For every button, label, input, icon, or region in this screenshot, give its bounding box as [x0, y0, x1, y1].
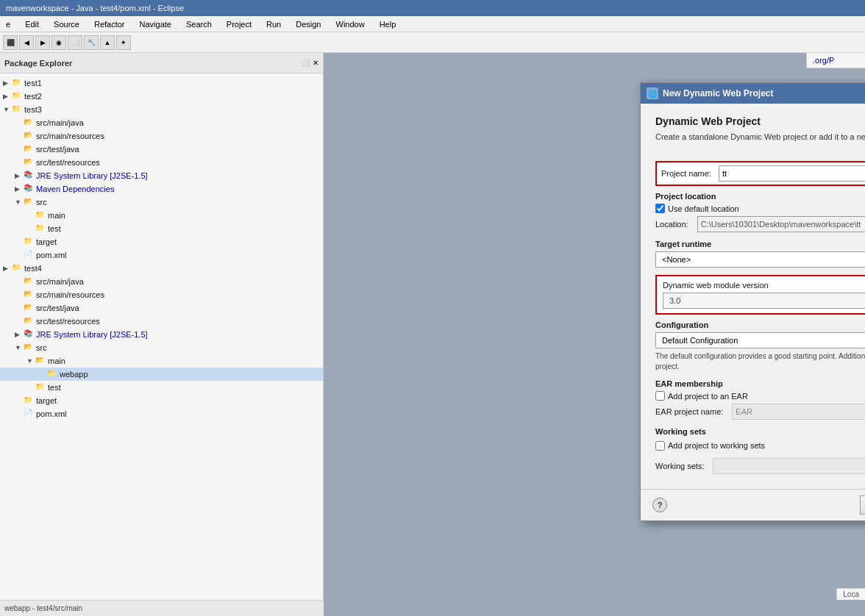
tree-item-15[interactable]: 📂src/main/java: [0, 275, 323, 288]
menu-bar: e Edit Source Refactor Navigate Search P…: [0, 16, 865, 32]
tree-item-5[interactable]: 📂src/test/java: [0, 143, 323, 156]
use-default-label: Use default location: [668, 204, 739, 213]
tree-item-8[interactable]: ▶📚Maven Dependencies: [0, 182, 323, 196]
tree-icon-16: 📂: [22, 290, 34, 300]
menu-item-source[interactable]: Source: [51, 18, 82, 30]
toolbar-btn-2[interactable]: ◀: [19, 35, 34, 50]
working-sets-section: Working sets Add project to working sets…: [655, 427, 865, 474]
dynamic-web-label: Dynamic web module version: [663, 281, 865, 290]
tree-icon-1: 📁: [10, 91, 22, 101]
package-explorer-title: Package Explorer: [4, 59, 72, 68]
tree-label-20: src: [36, 343, 47, 352]
menu-item-e[interactable]: e: [3, 18, 13, 30]
tree-icon-3: 📂: [22, 118, 34, 128]
configuration-section: Configuration Default Configuration Modi…: [655, 320, 865, 372]
toolbar-btn-6[interactable]: 🔧: [84, 35, 99, 50]
tree-label-2: test3: [24, 105, 42, 114]
menu-item-edit[interactable]: Edit: [22, 18, 42, 30]
tree-icon-25: 📄: [22, 409, 34, 419]
menu-item-help[interactable]: Help: [377, 18, 399, 30]
tree-item-9[interactable]: ▼📂src: [0, 196, 323, 209]
tree-icon-4: 📂: [22, 131, 34, 141]
tree-label-21: main: [48, 357, 65, 365]
tree-item-4[interactable]: 📂src/main/resources: [0, 129, 323, 143]
ear-checkbox[interactable]: [655, 391, 665, 401]
menu-item-project[interactable]: Project: [224, 18, 254, 30]
menu-item-refactor[interactable]: Refactor: [91, 18, 128, 30]
use-default-checkbox[interactable]: [655, 204, 665, 213]
location-input[interactable]: [697, 216, 865, 232]
right-area: .org/P 🌐 New Dynamic Web Project ─ □ ✕: [324, 53, 865, 616]
configuration-select[interactable]: Default Configuration: [655, 332, 865, 348]
tree-label-8: Maven Dependencies: [36, 185, 114, 193]
tree-label-25: pom.xml: [36, 409, 67, 418]
toolbar-btn-3[interactable]: ▶: [35, 35, 50, 50]
tree-item-6[interactable]: 📂src/test/resources: [0, 156, 323, 169]
sidebar-close-icon[interactable]: ✕: [313, 59, 318, 67]
tree-item-10[interactable]: 📁main: [0, 209, 323, 222]
status-bar: webapp - test4/src/main: [0, 600, 324, 616]
toolbar-btn-4[interactable]: ◉: [51, 35, 66, 50]
menu-item-window[interactable]: Window: [333, 18, 368, 30]
tree-icon-20: 📂: [22, 343, 34, 353]
tree-item-3[interactable]: 📂src/main/java: [0, 116, 323, 129]
tree-icon-6: 📂: [22, 157, 34, 168]
tree-label-19: JRE System Library [J2SE-1.5]: [36, 330, 148, 339]
tree-item-19[interactable]: ▶📚JRE System Library [J2SE-1.5]: [0, 328, 323, 341]
menu-item-run[interactable]: Run: [263, 18, 284, 30]
back-button[interactable]: < Back: [860, 495, 865, 515]
tree-item-14[interactable]: ▶📁test4: [0, 262, 323, 275]
toolbar-btn-7[interactable]: ▲: [100, 35, 115, 50]
menu-item-search[interactable]: Search: [183, 18, 215, 30]
target-runtime-select[interactable]: <None>: [655, 251, 865, 268]
tree-label-23: test: [48, 383, 61, 392]
project-location-label: Project location: [655, 192, 865, 201]
toolbar-btn-5[interactable]: ⬜: [68, 35, 82, 50]
tree-item-18[interactable]: 📂src/test/resources: [0, 315, 323, 328]
tree-item-24[interactable]: 📁target: [0, 394, 323, 407]
tree-item-11[interactable]: 📁test: [0, 222, 323, 235]
tree-icon-2: 📁: [10, 104, 22, 115]
tree-item-1[interactable]: ▶📁test2: [0, 90, 323, 103]
tree-label-11: test: [48, 224, 61, 233]
new-dynamic-web-project-dialog: 🌐 New Dynamic Web Project ─ □ ✕ Dynamic: [640, 82, 865, 521]
tree-icon-22: 📁: [46, 369, 57, 379]
tree-item-13[interactable]: 📄pom.xml: [0, 248, 323, 262]
location-row: Location: Browse...: [655, 216, 865, 232]
configuration-label: Configuration: [655, 320, 865, 329]
tree-item-17[interactable]: 📂src/test/java: [0, 301, 323, 315]
menu-item-design[interactable]: Design: [293, 18, 324, 30]
project-name-input[interactable]: [719, 165, 865, 182]
toolbar-btn-1[interactable]: ⬛: [3, 35, 18, 50]
tree-icon-21: 📂: [34, 356, 46, 366]
status-text: webapp - test4/src/main: [4, 604, 82, 612]
tree-item-23[interactable]: 📁test: [0, 381, 323, 394]
tree-item-25[interactable]: 📄pom.xml: [0, 407, 323, 420]
tree-item-22[interactable]: 📁webapp: [0, 368, 323, 381]
tree-item-2[interactable]: ▼📁test3: [0, 103, 323, 116]
tree-icon-18: 📂: [22, 316, 34, 326]
project-name-label: Project name:: [661, 169, 711, 178]
tree-item-21[interactable]: ▼📂main: [0, 354, 323, 368]
working-sets-checkbox[interactable]: [655, 441, 665, 451]
tree-item-7[interactable]: ▶📚JRE System Library [J2SE-1.5]: [0, 169, 323, 182]
working-sets-checkbox-row: Add project to working sets: [655, 441, 765, 451]
ear-checkbox-label: Add project to an EAR: [668, 392, 748, 401]
ear-membership-section: EAR membership Add project to an EAR EAR…: [655, 379, 865, 420]
tree-icon-10: 📁: [34, 210, 46, 221]
toolbar-btn-8[interactable]: ✦: [116, 35, 131, 50]
tree-icon-23: 📁: [34, 382, 46, 393]
dynamic-web-version-value: 3.0: [663, 293, 865, 309]
tree-label-3: src/main/java: [36, 118, 84, 127]
tree-item-0[interactable]: ▶📁test1: [0, 76, 323, 90]
sidebar-minimize-icon[interactable]: ⬜: [301, 59, 310, 67]
working-sets-checkbox-label: Add project to working sets: [668, 441, 765, 450]
target-runtime-section: Target runtime <None> New Runtime...: [655, 240, 865, 268]
dialog-body: Dynamic Web Project Create a standalone …: [641, 104, 865, 489]
tree-icon-17: 📂: [22, 303, 34, 313]
tree-item-20[interactable]: ▼📂src: [0, 341, 323, 354]
tree-item-12[interactable]: 📁target: [0, 235, 323, 248]
tree-item-16[interactable]: 📂src/main/resources: [0, 288, 323, 301]
help-button[interactable]: ?: [652, 498, 667, 512]
menu-item-navigate[interactable]: Navigate: [137, 18, 174, 30]
